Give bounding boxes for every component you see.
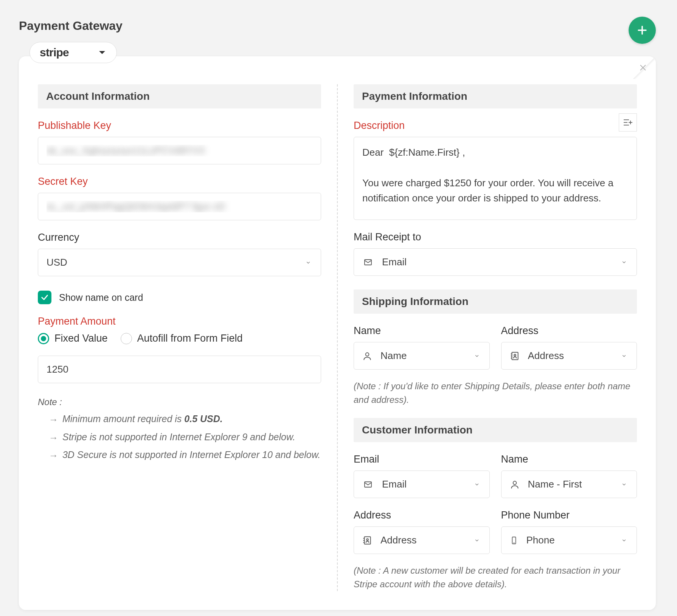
customer-email-label: Email: [354, 453, 490, 465]
radio-checked-icon: [38, 333, 49, 344]
payment-amount-input[interactable]: [38, 356, 321, 383]
shipping-address-select[interactable]: Address: [501, 342, 637, 370]
customer-name-label: Name: [501, 453, 637, 465]
arrow-right-icon: →: [48, 412, 58, 427]
shipping-name-label: Name: [354, 325, 490, 337]
description-label: Description: [354, 120, 637, 132]
customer-name-select[interactable]: Name - First: [501, 471, 637, 498]
radio-fixed-value[interactable]: Fixed Value: [38, 333, 108, 344]
customer-address-label: Address: [354, 509, 490, 521]
customer-name-value: Name - First: [528, 478, 582, 490]
shipping-address-value: Address: [528, 350, 564, 362]
mail-icon: [362, 258, 374, 267]
svg-point-15: [514, 354, 516, 356]
svg-point-10: [366, 353, 369, 356]
show-name-on-card-label: Show name on card: [59, 292, 143, 303]
insert-field-button[interactable]: [619, 113, 637, 132]
chevron-down-icon: [620, 538, 628, 543]
radio-autofill-label: Autofill from Form Field: [137, 333, 243, 344]
shipping-name-value: Name: [380, 350, 407, 362]
customer-section-header: Customer Information: [354, 418, 637, 442]
mail-icon: [362, 480, 374, 489]
currency-label: Currency: [38, 232, 321, 243]
customer-phone-label: Phone Number: [501, 509, 637, 521]
close-icon: [639, 63, 647, 72]
customer-email-value: Email: [382, 478, 407, 490]
mail-receipt-value: Email: [382, 256, 407, 268]
customer-phone-select[interactable]: Phone: [501, 526, 637, 554]
gateway-card: stripe Account Information Publishable K…: [19, 56, 656, 610]
chevron-down-icon: [620, 260, 628, 265]
person-icon: [362, 351, 372, 361]
shipping-address-label: Address: [501, 325, 637, 337]
customer-email-select[interactable]: Email: [354, 471, 490, 498]
mail-receipt-select[interactable]: Email: [354, 248, 637, 276]
caret-down-icon: [98, 50, 106, 55]
chevron-down-icon: [473, 538, 481, 543]
chevron-down-icon: [304, 260, 312, 265]
arrow-right-icon: →: [48, 430, 58, 445]
note-item: → Minimum amount required is 0.5 USD.: [48, 412, 321, 427]
chevron-down-icon: [473, 482, 481, 487]
gateway-selector[interactable]: stripe: [30, 42, 117, 63]
secret-key-label: Secret Key: [38, 176, 321, 187]
publishable-key-label: Publishable Key: [38, 120, 321, 132]
customer-address-value: Address: [380, 534, 416, 546]
phone-icon: [510, 535, 518, 546]
show-name-on-card-checkbox[interactable]: Show name on card: [38, 291, 321, 304]
checkbox-checked-icon: [38, 291, 51, 304]
stripe-logo: stripe: [40, 46, 69, 59]
description-textarea[interactable]: Dear ${zf:Name.First} , You were charged…: [354, 137, 637, 220]
payment-amount-label: Payment Amount: [38, 316, 321, 327]
svg-point-22: [366, 539, 368, 540]
person-icon: [510, 480, 520, 489]
payment-section-header: Payment Information: [354, 84, 637, 108]
note-item: → Stripe is not supported in Internet Ex…: [48, 430, 321, 445]
shipping-section-header: Shipping Information: [354, 289, 637, 314]
address-book-icon: [510, 351, 520, 361]
chevron-down-icon: [473, 353, 481, 359]
svg-point-17: [513, 481, 516, 484]
radio-autofill[interactable]: Autofill from Form Field: [121, 333, 243, 344]
arrow-right-icon: →: [48, 448, 58, 463]
address-book-icon: [362, 535, 372, 546]
currency-select[interactable]: USD: [38, 249, 321, 276]
insert-field-icon: [623, 118, 633, 127]
note-title: Note :: [38, 397, 321, 407]
plus-icon: [636, 24, 649, 37]
shipping-note: (Note : If you'd like to enter Shipping …: [354, 379, 637, 407]
secret-key-input[interactable]: [38, 193, 321, 220]
close-card-button[interactable]: [634, 59, 652, 77]
chevron-down-icon: [620, 353, 628, 359]
chevron-down-icon: [620, 482, 628, 487]
radio-fixed-label: Fixed Value: [54, 333, 108, 344]
radio-unchecked-icon: [121, 333, 132, 344]
page-title: Payment Gateway: [19, 19, 656, 33]
shipping-name-select[interactable]: Name: [354, 342, 490, 370]
account-section-header: Account Information: [38, 84, 321, 108]
mail-receipt-label: Mail Receipt to: [354, 231, 637, 243]
currency-value: USD: [47, 257, 67, 268]
note-item: → 3D Secure is not supported in Internet…: [48, 448, 321, 463]
add-gateway-button[interactable]: [629, 17, 656, 44]
customer-note: (Note : A new customer will be created f…: [354, 564, 637, 591]
customer-phone-value: Phone: [526, 534, 555, 546]
publishable-key-input[interactable]: [38, 137, 321, 164]
customer-address-select[interactable]: Address: [354, 526, 490, 554]
